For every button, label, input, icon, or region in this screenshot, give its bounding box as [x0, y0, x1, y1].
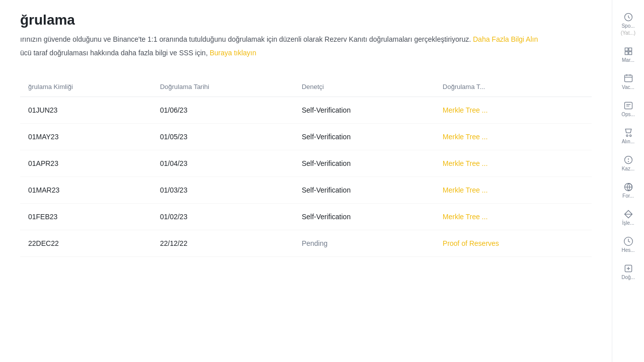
- col-header-type: Doğrulama T...: [435, 77, 592, 97]
- click-here-link[interactable]: Buraya tıklayın: [210, 49, 257, 57]
- row-date: 22/12/22: [152, 230, 294, 257]
- row-type[interactable]: Merkle Tree ...: [435, 124, 592, 150]
- row-type[interactable]: Merkle Tree ...: [435, 204, 592, 230]
- sidebar-item-dog[interactable]: Doğ...: [612, 259, 644, 285]
- sidebar-sub-spot: (Yat...): [621, 30, 635, 36]
- row-auditor: Self-Verification: [294, 150, 435, 177]
- row-type[interactable]: Merkle Tree ...: [435, 150, 592, 177]
- sidebar-item-alin[interactable]: Alın...: [612, 124, 644, 149]
- sidebar-item-hes[interactable]: Hes...: [612, 232, 644, 257]
- sidebar-label-hes: Hes...: [621, 247, 634, 253]
- sidebar-label-kaz: Kaz...: [622, 166, 635, 172]
- svg-point-7: [626, 135, 627, 136]
- table-row: 01FEB2301/02/23Self-VerificationMerkle T…: [20, 204, 592, 230]
- row-type[interactable]: Merkle Tree ...: [435, 177, 592, 204]
- sidebar-label-vac: Vac...: [622, 84, 634, 90]
- row-auditor: Pending: [294, 230, 435, 257]
- row-date: 01/05/23: [152, 124, 294, 150]
- vac-icon: [623, 73, 633, 83]
- spot-icon: [623, 12, 633, 22]
- sidebar-item-kaz[interactable]: Kaz...: [612, 151, 644, 176]
- svg-point-8: [629, 135, 631, 136]
- row-date: 01/04/23: [152, 150, 294, 177]
- learn-more-link[interactable]: Daha Fazla Bilgi Alın: [473, 35, 538, 43]
- row-date: 01/03/23: [152, 177, 294, 204]
- third-party-text: ücü taraf doğrulaması hakkında daha fazl…: [20, 49, 592, 57]
- row-id: 01APR23: [20, 150, 152, 177]
- margin-icon: [623, 46, 633, 56]
- row-auditor: Self-Verification: [294, 204, 435, 230]
- svg-rect-5: [624, 75, 632, 81]
- sidebar-label-dog: Doğ...: [621, 275, 635, 281]
- row-id: 01FEB23: [20, 204, 152, 230]
- sidebar-item-ops[interactable]: Ops...: [612, 97, 644, 122]
- row-date: 01/06/23: [152, 97, 294, 124]
- svg-point-10: [628, 161, 628, 162]
- svg-rect-2: [628, 48, 631, 51]
- sidebar-label-spot: Spo...: [621, 23, 634, 29]
- isle-icon: [623, 209, 633, 219]
- sidebar-item-isle[interactable]: İşle...: [612, 205, 644, 230]
- sidebar-label-isle: İşle...: [622, 220, 634, 226]
- sidebar-label-for: For...: [622, 193, 634, 199]
- row-id: 01JUN23: [20, 97, 152, 124]
- for-icon: [623, 182, 633, 192]
- col-header-date: Doğrulama Tarihi: [152, 77, 294, 97]
- sidebar-item-for[interactable]: For...: [612, 178, 644, 203]
- kaz-icon: [623, 155, 633, 165]
- row-auditor: Self-Verification: [294, 177, 435, 204]
- row-id: 22DEC22: [20, 230, 152, 257]
- table-row: 01MAR2301/03/23Self-VerificationMerkle T…: [20, 177, 592, 204]
- verification-table: ğrulama Kimliği Doğrulama Tarihi Denetçi…: [0, 77, 612, 257]
- row-type[interactable]: Proof of Reserves: [435, 230, 592, 257]
- sidebar-label-ops: Ops...: [621, 112, 635, 118]
- col-header-id: ğrulama Kimliği: [20, 77, 152, 97]
- dog-icon: [623, 263, 633, 274]
- row-date: 01/02/23: [152, 204, 294, 230]
- svg-rect-1: [625, 48, 628, 51]
- alin-icon: [623, 128, 633, 138]
- sidebar-item-spot[interactable]: Spo... (Yat...): [612, 8, 644, 40]
- sidebar-label-alin: Alın...: [622, 139, 635, 145]
- ops-icon: [623, 101, 633, 111]
- sidebar-item-margin[interactable]: Mar...: [612, 42, 644, 67]
- row-id: 01MAR23: [20, 177, 152, 204]
- col-header-auditor: Denetçi: [294, 77, 435, 97]
- svg-rect-4: [628, 52, 631, 55]
- svg-rect-3: [625, 52, 628, 55]
- row-auditor: Self-Verification: [294, 97, 435, 124]
- row-type[interactable]: Merkle Tree ...: [435, 97, 592, 124]
- table-row: 01MAY2301/05/23Self-VerificationMerkle T…: [20, 124, 592, 150]
- row-auditor: Self-Verification: [294, 124, 435, 150]
- page-title: ğrulama: [20, 12, 592, 28]
- sidebar-label-margin: Mar...: [622, 57, 634, 63]
- svg-rect-6: [624, 102, 632, 109]
- hes-icon: [623, 236, 633, 246]
- description-text: ırınızın güvende olduğunu ve Binance'te …: [20, 34, 592, 45]
- row-id: 01MAY23: [20, 124, 152, 150]
- sidebar-item-vac[interactable]: Vac...: [612, 69, 644, 95]
- table-row: 01APR2301/04/23Self-VerificationMerkle T…: [20, 150, 592, 177]
- table-row: 22DEC2222/12/22PendingProof of Reserves: [20, 230, 592, 257]
- right-sidebar: Spo... (Yat...) Mar... Vac... Ops... Alı…: [612, 0, 644, 362]
- table-row: 01JUN2301/06/23Self-VerificationMerkle T…: [20, 97, 592, 124]
